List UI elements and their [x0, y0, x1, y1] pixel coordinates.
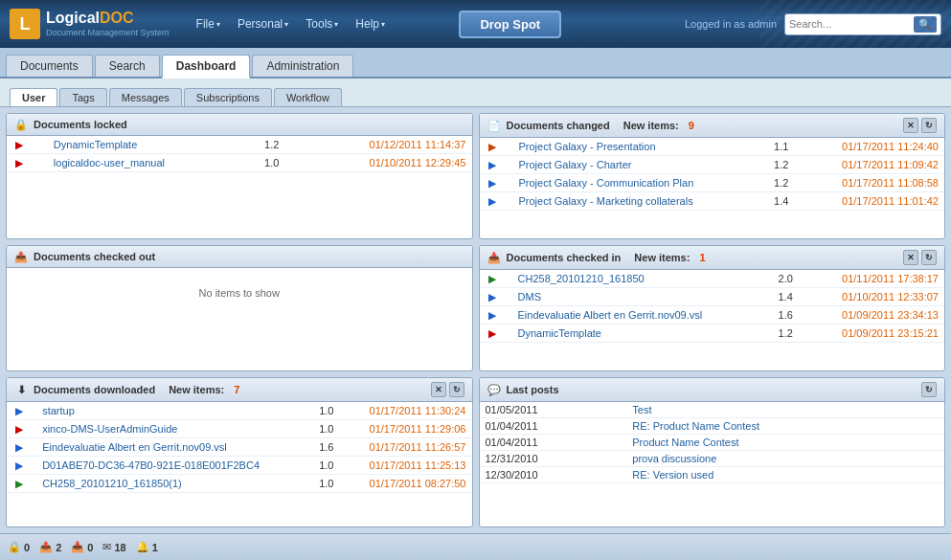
refresh-button[interactable]: ↻	[921, 382, 937, 397]
doc-name[interactable]: Eindevaluatie Albert en Gerrit.nov09.vsl	[36, 438, 310, 457]
list-item: 01/05/2011 Test	[480, 402, 945, 418]
post-title[interactable]: prova discussione	[626, 451, 944, 467]
table-row: ▶ Project Galaxy - Communication Plan 1.…	[480, 174, 945, 192]
menu-personal[interactable]: Personal ▾	[230, 13, 296, 34]
message-count: 18	[114, 542, 125, 553]
logo-subtitle: Document Management System	[46, 28, 170, 37]
doc-version: 1.4	[763, 192, 799, 211]
doc-date: 01/12/2011 11:14:37	[293, 136, 471, 154]
upload-status-icon: 📥	[71, 541, 84, 553]
lock-status-icon: 🔒	[8, 541, 21, 553]
panel-locked-header: 🔒 Documents locked	[7, 114, 472, 136]
doc-name[interactable]: xinco-DMS-UserAdminGuide	[36, 420, 310, 438]
doc-name[interactable]: Project Galaxy - Charter	[512, 156, 763, 174]
menu-tools[interactable]: Tools ▾	[298, 13, 346, 34]
doc-icon: ▶	[486, 176, 499, 190]
posts-icon: 💬	[487, 383, 501, 396]
delete-button[interactable]: ✕	[431, 382, 446, 397]
doc-name[interactable]: CH258_20101210_161850(1)	[36, 475, 310, 493]
refresh-button[interactable]: ↻	[921, 118, 937, 133]
status-upload: 📥 0	[71, 541, 93, 553]
refresh-button[interactable]: ↻	[449, 382, 464, 397]
table-row: ▶ DMS 1.4 01/10/2011 12:33:07	[480, 288, 945, 306]
post-title[interactable]: RE: Product Name Contest	[626, 418, 944, 435]
tab-subscriptions[interactable]: Subscriptions	[184, 88, 272, 106]
doc-version: 1.0	[310, 475, 342, 493]
table-row: ▶ xinco-DMS-UserAdminGuide 1.0 01/17/201…	[7, 420, 472, 438]
downloaded-table: ▶ startup 1.0 01/17/2011 11:30:24 ▶ xinc…	[7, 402, 472, 493]
post-title[interactable]: Product Name Contest	[626, 435, 944, 451]
panel-changed-content[interactable]: ▶ Project Galaxy - Presentation 1.1 01/1…	[480, 138, 945, 214]
doc-name[interactable]: DynamicTemplate	[48, 136, 250, 154]
change-icon: 📄	[487, 119, 501, 132]
panel-locked-title: Documents locked	[34, 119, 127, 130]
tab-tags[interactable]: Tags	[59, 88, 106, 106]
doc-version: 1.4	[768, 288, 803, 306]
panel-checked-out-header: 📤 Documents checked out	[7, 246, 472, 268]
panel-checked-out-title: Documents checked out	[34, 251, 155, 262]
doc-name[interactable]: Project Galaxy - Communication Plan	[512, 174, 763, 192]
table-row: ▶ Project Galaxy - Marketing collaterals…	[480, 192, 945, 211]
doc-name[interactable]: DynamicTemplate	[512, 325, 769, 343]
tab-administration[interactable]: Administration	[252, 55, 353, 77]
post-title[interactable]: Test	[626, 402, 944, 418]
panel-posts-content[interactable]: 01/05/2011 Test 01/04/2011 RE: Product N…	[480, 402, 945, 503]
panel-locked-content[interactable]: ▶ DynamicTemplate 1.2 01/12/2011 11:14:3…	[7, 136, 472, 213]
search-input[interactable]	[789, 18, 914, 30]
doc-name[interactable]: Project Galaxy - Presentation	[512, 138, 763, 156]
doc-date: 01/11/2011 17:38:17	[803, 270, 944, 288]
downloaded-count: 7	[234, 384, 239, 395]
menu-help[interactable]: Help ▾	[348, 13, 393, 34]
doc-date: 01/17/2011 11:30:24	[342, 402, 471, 420]
tab-messages[interactable]: Messages	[109, 88, 182, 106]
dropspot-button[interactable]: Drop Spot	[459, 11, 561, 38]
chevron-down-icon: ▾	[284, 20, 288, 29]
panel-posts-header: 💬 Last posts ↻	[480, 378, 945, 402]
tab-search[interactable]: Search	[95, 55, 160, 77]
doc-icon: ▶	[12, 404, 26, 417]
doc-name[interactable]: Articoli di MagoNetCompany	[512, 343, 769, 347]
checked-in-table: ▶ CH258_20101210_161850 2.0 01/11/2011 1…	[480, 270, 945, 347]
post-title[interactable]: RE: Version used	[626, 467, 944, 483]
no-items-label: No items to show	[7, 268, 472, 318]
doc-name[interactable]: D01ABE70-DC36-47B0-921E-018E001F2BC4	[36, 457, 310, 475]
list-item: 01/04/2011 Product Name Contest	[480, 435, 945, 451]
doc-icon: ▶	[486, 290, 499, 303]
doc-name[interactable]: CH258_20101210_161850	[512, 270, 769, 288]
doc-date: 01/10/2011 12:33:07	[803, 288, 944, 306]
doc-date: 01/17/2011 11:29:06	[342, 420, 471, 438]
tab-workflow[interactable]: Workflow	[274, 88, 342, 106]
doc-version: 1.0	[310, 402, 342, 420]
panel-downloaded-content[interactable]: ▶ startup 1.0 01/17/2011 11:30:24 ▶ xinc…	[7, 402, 472, 503]
doc-name[interactable]: Guida	[512, 211, 763, 215]
panel-checked-in-content[interactable]: ▶ CH258_20101210_161850 2.0 01/11/2011 1…	[480, 270, 945, 347]
doc-date: 01/08/2011 19:09:05	[803, 343, 944, 347]
notification-status-icon: 🔔	[136, 541, 149, 553]
search-button[interactable]: 🔍	[914, 16, 937, 33]
doc-name[interactable]: startup	[36, 402, 310, 420]
doc-name[interactable]: Eindevaluatie Albert en Gerrit.nov09.vsl	[512, 306, 769, 325]
search-box: 🔍	[784, 13, 941, 35]
panel-locked: 🔒 Documents locked ▶ DynamicTemplate 1.2…	[6, 113, 473, 239]
tab-documents[interactable]: Documents	[6, 55, 93, 77]
lock-icon: 🔒	[14, 118, 28, 131]
tab-user[interactable]: User	[10, 88, 57, 106]
logo-icon: L	[10, 9, 40, 39]
doc-date: 01/10/2011 12:29:45	[293, 154, 471, 172]
delete-button[interactable]: ✕	[903, 250, 918, 265]
post-date: 12/30/2010	[480, 467, 627, 483]
doc-name[interactable]: logicaldoc-user_manual	[48, 154, 250, 172]
tab-dashboard[interactable]: Dashboard	[162, 55, 251, 78]
refresh-button[interactable]: ↻	[921, 250, 937, 265]
table-row: ▶ logicaldoc-user_manual 1.0 01/10/2011 …	[7, 154, 472, 172]
doc-name[interactable]: Project Galaxy - Marketing collaterals	[512, 192, 763, 211]
doc-icon: ▶	[486, 308, 499, 322]
doc-date: 01/09/2011 23:15:21	[803, 325, 944, 343]
status-locked: 🔒 0	[8, 541, 30, 553]
list-item: 12/30/2010 RE: Version used	[480, 467, 945, 483]
doc-name[interactable]: DMS	[512, 288, 769, 306]
panel-changed-title: Documents changed	[507, 120, 610, 131]
doc-icon: ▶	[12, 440, 26, 454]
menu-file[interactable]: File ▾	[189, 13, 228, 34]
delete-button[interactable]: ✕	[903, 118, 918, 133]
